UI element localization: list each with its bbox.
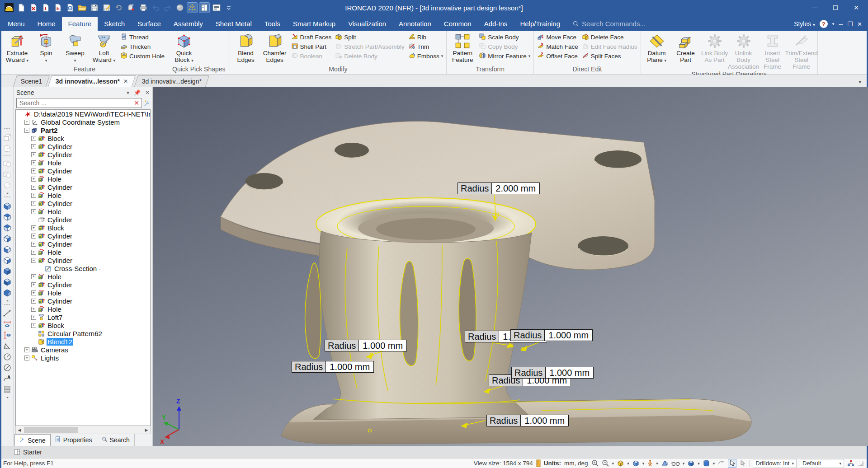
tree-item-hole[interactable]: +Hole	[16, 272, 150, 281]
tree-item-cylinder[interactable]: Cylinder	[16, 215, 150, 224]
tool-cube1-icon[interactable]	[2, 201, 12, 211]
tab-common[interactable]: Common	[438, 17, 478, 31]
dropdown-caret-icon[interactable]: ▾	[713, 459, 715, 468]
match-face-button[interactable]: Match Face	[537, 42, 578, 51]
tree-item-hole[interactable]: +Hole	[16, 207, 150, 215]
tab-sheet-metal[interactable]: Sheet Metal	[209, 17, 258, 31]
thread-button[interactable]: Thread	[120, 33, 165, 41]
tool-table-icon[interactable]	[2, 384, 12, 394]
tool-circle-d-icon[interactable]	[2, 352, 12, 361]
expander-plus-icon[interactable]: +	[31, 136, 36, 141]
chamfer-edges-button[interactable]: ChamferEdges	[260, 32, 289, 63]
ruler-icon[interactable]	[536, 459, 541, 467]
save-icon[interactable]	[90, 3, 99, 13]
tab-close-icon[interactable]: ✕	[123, 78, 128, 84]
tool-cube8-icon[interactable]	[2, 277, 12, 286]
extrude-wizard-button[interactable]: ExtrudeWizard ▾	[3, 32, 32, 64]
radius-dimension-label[interactable]: Radius1.000 mm	[486, 415, 569, 426]
expander-plus-icon[interactable]: +	[31, 315, 36, 320]
expander-plus-icon[interactable]: +	[31, 274, 36, 279]
tab-sketch[interactable]: Sketch	[98, 17, 131, 31]
create-part-button[interactable]: CreatePart	[671, 32, 700, 63]
radius-dimension-label[interactable]: Radius1.000 mm	[510, 329, 593, 341]
tool-circle-r-icon[interactable]	[2, 363, 12, 372]
tab-assembly[interactable]: Assembly	[167, 17, 209, 31]
document-red-x-icon[interactable]	[28, 3, 38, 13]
tree-item-circular-pattern62[interactable]: Circular Pattern62	[16, 329, 150, 337]
loft-wizard-button[interactable]: ++LoftWizard ▾	[90, 32, 118, 64]
expander-plus-icon[interactable]: +	[31, 250, 36, 255]
tab-smart-markup[interactable]: Smart Markup	[287, 17, 342, 31]
redo-icon[interactable]	[163, 3, 173, 13]
status-cursor-active-icon[interactable]	[728, 459, 736, 468]
expander-plus-icon[interactable]: +	[31, 177, 36, 182]
tree-item-cylinder[interactable]: +Cylinder	[16, 240, 150, 248]
expander-plus-icon[interactable]: +	[31, 168, 36, 173]
delete-face-button[interactable]: Delete Face	[582, 33, 637, 41]
panel-tab-scene[interactable]: Scene	[14, 434, 51, 446]
custom-hole-button[interactable]: Custom Hole	[120, 52, 165, 60]
thicken-button[interactable]: Thicken	[120, 42, 165, 51]
tree-horizontal-scrollbar[interactable]: ◀ ▶	[15, 426, 151, 434]
expander-plus-icon[interactable]: +	[31, 144, 36, 149]
tree-item-hole[interactable]: +Hole	[16, 175, 150, 183]
mirror-feature-button[interactable]: Mirror Feature ▾	[479, 52, 530, 60]
dropdown-caret-icon[interactable]: ▾	[642, 459, 645, 468]
dropdown-caret-icon[interactable]: ▾	[698, 459, 700, 468]
expander-plus-icon[interactable]: +	[31, 242, 36, 247]
sweep-button[interactable]: Sweep ▾	[61, 32, 90, 64]
expander-plus-icon[interactable]: +	[31, 307, 36, 312]
tool-ghost-bool1-icon[interactable]	[2, 159, 12, 168]
panel-close-icon[interactable]: ✕	[145, 89, 150, 96]
tab-tools[interactable]: Tools	[258, 17, 287, 31]
doc-tab-3d-innovativ-design[interactable]: 3d innovativ...design*	[134, 75, 209, 87]
render-sphere-icon[interactable]	[175, 3, 185, 13]
panel-dropdown-icon[interactable]: ▾	[127, 89, 129, 96]
tree-item-hole[interactable]: +Hole	[16, 191, 150, 199]
dropdown-caret-icon[interactable]: ▾	[627, 459, 629, 468]
tab-help-training[interactable]: Help/Training	[514, 17, 566, 31]
tree-item-cross-section[interactable]: Cross-Section -	[16, 264, 150, 272]
tree-item-global-coordinate-system[interactable]: +Global Coordinate System	[16, 118, 150, 126]
tree-item-cylinder[interactable]: +Cylinder	[16, 281, 150, 289]
draft-faces-button[interactable]: Draft Faces	[291, 33, 332, 41]
expander-minus-icon[interactable]: −	[31, 258, 36, 263]
tool-cube4-icon[interactable]	[2, 234, 12, 243]
status-zoom-in-icon[interactable]	[591, 459, 599, 468]
printer-icon[interactable]	[138, 3, 148, 13]
tool-text-annotation-icon[interactable]: A	[2, 374, 12, 383]
tool-cube3-icon[interactable]	[2, 223, 12, 232]
document-red-i-icon[interactable]: I	[41, 3, 51, 13]
status-stack-icon[interactable]	[703, 459, 710, 468]
doc-minimize-button[interactable]: ─	[839, 21, 843, 28]
tool-cube5-icon[interactable]	[2, 244, 12, 254]
minimize-button[interactable]: ─	[804, 0, 825, 15]
status-cube-blue-icon[interactable]	[687, 459, 695, 468]
dimension-value[interactable]: 1.000 mm	[546, 367, 593, 378]
tab-surface[interactable]: Surface	[131, 17, 167, 31]
tool-measure-length-icon[interactable]	[2, 309, 12, 318]
dimension-value[interactable]: 1.000 mm	[521, 415, 568, 426]
tab-annotation[interactable]: Annotation	[392, 17, 438, 31]
expander-plus-icon[interactable]: +	[31, 152, 36, 157]
tab-menu[interactable]: Menu	[1, 17, 31, 31]
tree-item-blend12[interactable]: Blend12	[16, 337, 150, 346]
scale-body-button[interactable]: Scale Body	[479, 33, 530, 41]
config-combo[interactable]: Default▾	[800, 459, 844, 468]
split-faces-button[interactable]: Split Faces	[582, 52, 637, 60]
styles-button[interactable]: Styles ▾	[794, 20, 815, 28]
scrollbar-thumb[interactable]	[24, 427, 78, 433]
dimension-value[interactable]: 1.000 mm	[326, 361, 373, 372]
search-clear-icon[interactable]: ✕	[132, 99, 142, 107]
tool-dim-blue-icon[interactable]	[2, 330, 12, 340]
expander-plus-icon[interactable]: +	[31, 193, 36, 198]
radius-dimension-label[interactable]: Radius2.000 mm	[458, 183, 540, 194]
doc-restore-button[interactable]: ❐	[847, 21, 853, 28]
help-dropdown-icon[interactable]: ▾	[832, 22, 835, 26]
tree-item-cylinder[interactable]: +Cylinder	[16, 167, 150, 175]
status-walk-icon[interactable]	[647, 459, 653, 468]
status-units-value[interactable]: mm, deg	[564, 460, 588, 467]
dropdown-caret-icon[interactable]: ▾	[612, 459, 614, 468]
tree-item-cylinder[interactable]: +Cylinder	[16, 199, 150, 207]
tree-item-cylinder[interactable]: +Cylinder	[16, 183, 150, 191]
